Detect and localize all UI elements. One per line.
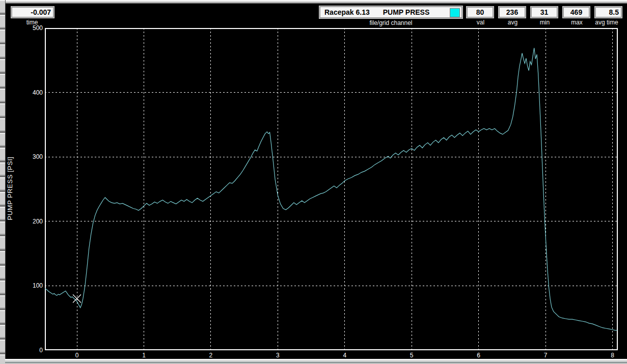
file-grid-channel-selector[interactable]: Racepak 6.13 PUMP PRESS — [319, 6, 462, 18]
channel-color-swatch — [450, 8, 460, 17]
stat-min-label: min — [531, 19, 559, 26]
left-button-strip[interactable] — [0, 0, 6, 364]
y-tick-label: 500 — [33, 24, 43, 32]
stat-min-readout: 31 — [531, 7, 558, 18]
stat-avg-readout: 236 — [499, 7, 526, 18]
racepak-datalink-window: -0.007 time Racepak 6.13 PUMP PRESS file… — [0, 0, 627, 364]
x-tick-label: 1 — [137, 352, 152, 359]
x-tick-label: 8 — [605, 352, 620, 359]
stat-avg-label: avg — [499, 19, 527, 26]
x-tick-label: 3 — [270, 352, 285, 359]
plot-border — [45, 29, 617, 350]
x-tick-label: 6 — [471, 352, 486, 359]
stat-val-readout: 80 — [467, 7, 494, 18]
stat-val-label: val — [467, 19, 495, 26]
cursor-time-readout: -0.007 — [11, 7, 54, 18]
stat-avgtime-readout: 8.5 — [595, 7, 622, 18]
x-tick-label: 2 — [203, 352, 219, 359]
window-bottom-border — [5, 359, 627, 364]
pressure-plot-area[interactable] — [45, 28, 618, 350]
y-tick-label: 0 — [39, 347, 43, 354]
y-tick-label: 400 — [33, 89, 43, 96]
channel-name: PUMP PRESS — [383, 8, 430, 17]
x-tick-label: 5 — [404, 352, 419, 359]
stat-max-label: max — [563, 19, 591, 26]
y-axis-title: PUMP PRESS [PSI] — [6, 155, 14, 222]
x-tick-label: 7 — [538, 352, 553, 359]
y-tick-label: 100 — [33, 282, 43, 289]
x-axis-tick-labels: 012345678 — [45, 352, 625, 359]
stat-max-readout: 469 — [563, 7, 590, 18]
y-tick-label: 200 — [33, 218, 43, 225]
y-tick-label: 300 — [33, 153, 43, 160]
file-name: Racepak 6.13 — [324, 8, 370, 17]
channel-selector-label: file/grid channel — [319, 19, 462, 26]
x-tick-label: 4 — [337, 352, 352, 359]
window-top-border — [0, 0, 627, 4]
stat-avgtime-label: avg time — [591, 19, 622, 26]
pump-press-trace — [45, 48, 617, 330]
x-tick-label: 0 — [69, 352, 85, 359]
y-axis-tick-labels: 0100200300400500 — [18, 28, 44, 350]
